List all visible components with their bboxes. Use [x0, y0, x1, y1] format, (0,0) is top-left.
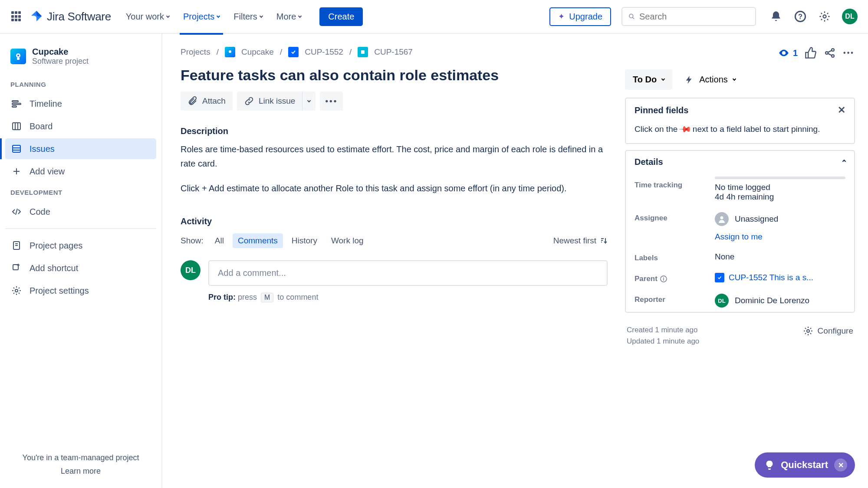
link-issue-group: Link issue: [237, 92, 316, 111]
search-box[interactable]: [621, 7, 756, 26]
sidebar-item-project-settings[interactable]: Project settings: [5, 280, 156, 301]
field-parent[interactable]: Parent i CUP-1552 This is a s...: [626, 267, 854, 288]
sort-button[interactable]: Newest first: [553, 236, 608, 246]
field-label: Assignee: [635, 212, 715, 223]
share-icon[interactable]: [824, 47, 836, 59]
watch-icon: [778, 47, 789, 59]
sidebar-item-label: Project pages: [30, 241, 82, 251]
reporter-name: Dominic De Lorenzo: [735, 296, 809, 305]
configure-button[interactable]: Configure: [803, 326, 853, 336]
issues-icon: [11, 144, 22, 154]
svg-rect-28: [361, 50, 365, 54]
content: Projects / Cupcake / CUP-1552 / CUP-1567…: [181, 47, 608, 479]
sidebar-item-timeline[interactable]: Timeline: [5, 93, 156, 114]
tab-worklog[interactable]: Work log: [326, 233, 369, 248]
svg-point-26: [15, 289, 18, 292]
field-value: No time logged 4d 4h remaining: [715, 179, 845, 202]
sidebar-item-label: Add shortcut: [30, 263, 78, 273]
actions-label: Actions: [699, 75, 728, 85]
details-header[interactable]: Details: [626, 151, 854, 173]
pinned-fields-body: Click on the 📌 next to a field label to …: [626, 122, 854, 143]
actions-dropdown[interactable]: Actions: [681, 69, 739, 90]
chevron-down-icon: [307, 98, 311, 102]
search-icon: [628, 11, 635, 22]
description-body[interactable]: Roles are time-based resources used to e…: [181, 142, 608, 196]
tab-comments[interactable]: Comments: [233, 233, 283, 248]
board-icon: [11, 121, 22, 131]
footer-text: You're in a team-managed project: [10, 453, 151, 462]
field-value: DL Dominic De Lorenzo: [715, 294, 845, 308]
parent-label: Parent: [635, 275, 658, 283]
breadcrumb: Projects / Cupcake / CUP-1552 / CUP-1567: [181, 47, 608, 57]
sort-icon: [600, 237, 608, 245]
quickstart-button[interactable]: Quickstart ✕: [755, 452, 855, 478]
like-icon[interactable]: [805, 47, 817, 59]
sidebar-item-board[interactable]: Board: [5, 116, 156, 137]
sidebar-item-project-pages[interactable]: Project pages: [5, 235, 156, 256]
quickstart-close[interactable]: ✕: [834, 459, 847, 472]
sidebar-item-add-shortcut[interactable]: Add shortcut: [5, 258, 156, 278]
lightbulb-icon: [764, 460, 775, 470]
help-icon[interactable]: ?: [793, 10, 807, 23]
more-icon[interactable]: •••: [843, 47, 855, 59]
watchers[interactable]: 1: [778, 47, 798, 59]
field-reporter[interactable]: Reporter DL Dominic De Lorenzo: [626, 288, 854, 312]
project-header[interactable]: Cupcake Software project: [5, 47, 156, 75]
nav-filters[interactable]: Filters: [230, 8, 266, 25]
field-assignee[interactable]: Assignee Unassigned Assign to me: [626, 206, 854, 246]
upgrade-button[interactable]: ✦ Upgrade: [549, 7, 611, 26]
gear-icon: [11, 285, 22, 296]
attach-button[interactable]: Attach: [181, 92, 233, 111]
breadcrumb-projects[interactable]: Projects: [181, 47, 210, 57]
sidebar-item-code[interactable]: Code: [5, 201, 156, 222]
footer-link[interactable]: Learn more: [10, 467, 151, 476]
notifications-icon[interactable]: [769, 10, 783, 23]
chevron-down-icon: [259, 14, 263, 17]
svg-point-41: [807, 330, 809, 332]
configure-label: Configure: [818, 326, 853, 336]
user-avatar[interactable]: DL: [842, 9, 858, 24]
app-switcher-icon[interactable]: [10, 10, 23, 23]
svg-text:?: ?: [798, 13, 802, 20]
rail-header: 1 •••: [625, 47, 855, 59]
nav-more[interactable]: More: [273, 8, 305, 25]
link-issue-label: Link issue: [259, 96, 296, 106]
nav-your-work[interactable]: Your work: [122, 8, 173, 25]
product-logo[interactable]: Jira Software: [30, 10, 111, 23]
gear-icon: [803, 326, 813, 336]
svg-point-6: [17, 55, 19, 56]
comment-input[interactable]: Add a comment...: [208, 260, 608, 286]
field-time-tracking[interactable]: Time tracking No time logged 4d 4h remai…: [626, 173, 854, 206]
link-issue-button[interactable]: Link issue: [237, 92, 302, 111]
breadcrumb-issue[interactable]: CUP-1567: [374, 47, 413, 57]
issue-title[interactable]: Feature tasks can also contain role esti…: [181, 67, 608, 84]
sidebar-item-add-view[interactable]: Add view: [5, 161, 156, 182]
svg-rect-9: [12, 103, 21, 105]
tab-history[interactable]: History: [286, 233, 322, 248]
parent-link[interactable]: CUP-1552 This is a s...: [729, 273, 813, 282]
close-icon[interactable]: ✕: [838, 105, 845, 116]
nav-label: Filters: [233, 12, 257, 22]
sidebar-item-label: Code: [30, 207, 50, 217]
timeline-icon: [11, 98, 22, 109]
breadcrumb-project[interactable]: Cupcake: [241, 47, 274, 57]
link-issue-dropdown[interactable]: [302, 92, 316, 111]
more-actions-button[interactable]: •••: [320, 92, 343, 111]
field-label: Time tracking: [635, 179, 715, 190]
description-p1: Roles are time-based resources used to e…: [181, 142, 608, 171]
tab-all[interactable]: All: [210, 233, 229, 248]
settings-icon[interactable]: [818, 10, 832, 23]
field-labels[interactable]: Labels None: [626, 246, 854, 267]
svg-rect-8: [12, 101, 18, 102]
create-button[interactable]: Create: [319, 7, 363, 26]
sidebar-item-issues[interactable]: Issues: [5, 138, 156, 159]
status-dropdown[interactable]: To Do: [625, 69, 672, 90]
updated-text: Updated 1 minute ago: [627, 337, 699, 346]
breadcrumb-parent[interactable]: CUP-1552: [305, 47, 343, 57]
search-input[interactable]: [639, 12, 749, 22]
svg-rect-7: [17, 58, 20, 60]
comment-row: DL Add a comment...: [181, 260, 608, 286]
activity-heading: Activity: [181, 216, 608, 226]
nav-projects[interactable]: Projects: [180, 8, 223, 25]
assign-to-me-link[interactable]: Assign to me: [715, 232, 845, 242]
